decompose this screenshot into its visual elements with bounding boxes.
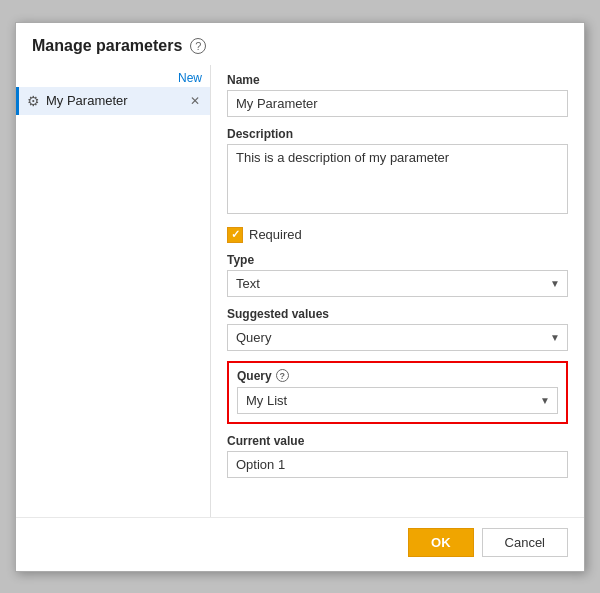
dialog-body: New ⚙ My Parameter ✕ Name Description Th… [16,65,584,517]
ok-button[interactable]: OK [408,528,474,557]
suggested-values-field-group: Suggested values Any value List of value… [227,307,568,351]
checkmark-icon: ✓ [231,228,240,241]
form-area: Name Description This is a description o… [211,65,584,517]
query-select[interactable]: My List [237,387,558,414]
type-field-group: Type Text Number Decimal Number True/Fal… [227,253,568,297]
close-icon[interactable]: ✕ [188,94,202,108]
type-select-wrapper: Text Number Decimal Number True/False Da… [227,270,568,297]
description-field-group: Description This is a description of my … [227,127,568,217]
dialog-header: Manage parameters ? [16,23,584,65]
cancel-button[interactable]: Cancel [482,528,568,557]
suggested-values-select-wrapper: Any value List of values Query ▼ [227,324,568,351]
dialog-footer: OK Cancel [16,517,584,571]
suggested-values-label: Suggested values [227,307,568,321]
required-row: ✓ Required [227,227,568,243]
description-input[interactable]: This is a description of my parameter [227,144,568,214]
name-label: Name [227,73,568,87]
description-label: Description [227,127,568,141]
query-help-icon[interactable]: ? [276,369,289,382]
current-value-field-group: Current value [227,434,568,478]
type-select[interactable]: Text Number Decimal Number True/False Da… [227,270,568,297]
manage-parameters-dialog: Manage parameters ? New ⚙ My Parameter ✕… [15,22,585,572]
query-label-text: Query [237,369,272,383]
sidebar-item-my-parameter[interactable]: ⚙ My Parameter ✕ [16,87,210,115]
current-value-input[interactable] [227,451,568,478]
query-label: Query ? [237,369,558,383]
query-field-group: Query ? My List ▼ [227,361,568,424]
sidebar-new-label: New [16,69,210,87]
current-value-label: Current value [227,434,568,448]
dialog-title: Manage parameters [32,37,182,55]
required-label: Required [249,227,302,242]
type-label: Type [227,253,568,267]
sidebar: New ⚙ My Parameter ✕ [16,65,211,517]
required-checkbox[interactable]: ✓ [227,227,243,243]
suggested-values-select[interactable]: Any value List of values Query [227,324,568,351]
name-input[interactable] [227,90,568,117]
sidebar-item-label: My Parameter [46,93,182,108]
name-field-group: Name [227,73,568,117]
parameter-icon: ⚙ [27,93,40,109]
help-icon[interactable]: ? [190,38,206,54]
query-select-wrapper: My List ▼ [237,387,558,414]
